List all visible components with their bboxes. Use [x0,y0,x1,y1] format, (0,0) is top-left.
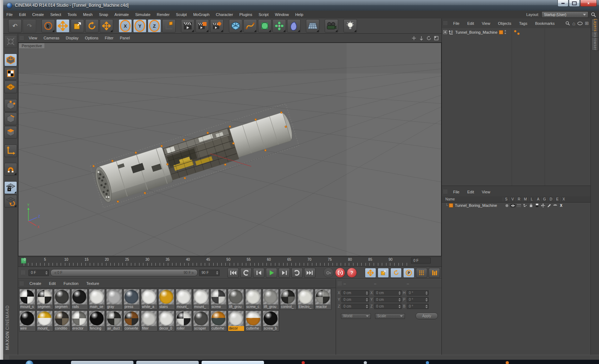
enable-axis-button[interactable] [4,144,17,157]
material-item[interactable]: conditio [54,310,71,331]
render-settings-button[interactable] [210,19,224,33]
menu-item[interactable]: Edit [16,11,29,18]
layer-column-header[interactable]: X [560,197,567,201]
play-button[interactable] [266,268,277,278]
stepper-icon[interactable] [366,291,368,295]
add-panel-icon[interactable]: ⊞ [585,21,589,26]
stepper-icon[interactable] [366,305,368,308]
align-workplane-button[interactable] [4,195,17,208]
material-item[interactable]: lift_grou [263,289,279,310]
position-field[interactable]: 0 cm [341,297,369,302]
rotation-field[interactable]: 0 ° [407,297,429,302]
taskbar-icon[interactable] [426,361,429,364]
stepper-icon[interactable] [425,305,428,308]
material-item[interactable]: segmen [37,289,53,310]
layer-column-header[interactable]: G [541,197,548,201]
material-item[interactable]: roller [176,310,192,331]
material-item[interactable]: control_ [280,289,297,310]
layer-column-header[interactable]: A [535,197,541,201]
workplane-mode-button[interactable] [4,81,17,93]
stepper-icon[interactable] [216,271,218,275]
material-menu-item[interactable]: Edit [45,281,60,286]
next-key-button[interactable] [291,268,303,278]
taskbar-button[interactable] [202,361,264,364]
menu-item[interactable]: Animate [111,11,132,18]
layer-column-header[interactable]: M [522,197,528,201]
layer-color-chip[interactable] [499,30,503,34]
undo-button[interactable]: ↶ [8,19,22,33]
object-row[interactable]: 0 Tunnel_Boring_Machine [443,29,506,35]
key-pla-toggle[interactable] [416,268,427,278]
generators-icon[interactable] [540,204,546,208]
viewport-canvas[interactable]: Perspective [18,43,441,256]
object-tag-dots[interactable] [514,30,521,35]
pan-view-icon[interactable] [412,36,416,40]
key-position-toggle[interactable] [365,268,376,278]
material-menu-item[interactable]: Function [60,281,82,286]
menu-item[interactable]: Create [29,11,47,18]
layer-column-header[interactable]: L [528,197,535,201]
viewport-menu-item[interactable]: Options [82,36,101,40]
material-item[interactable]: air_duct [106,310,123,331]
search-icon[interactable] [591,12,596,17]
stepper-icon[interactable] [366,298,368,302]
live-selection-button[interactable] [42,19,55,33]
side-tab[interactable]: Layers [592,18,599,32]
axis-lock-button[interactable]: Z [148,19,161,33]
coordinate-space-dropdown[interactable]: World [341,313,371,319]
keyframe-selection-button[interactable]: ? [347,268,357,278]
close-button[interactable]: × [580,0,597,7]
menu-item[interactable]: Plugins [236,11,255,18]
key-scale-toggle[interactable] [378,268,389,278]
add-deformer-button[interactable] [287,19,301,33]
object-name[interactable]: Tunnel_Boring_Machine [455,30,498,34]
visibility-dots-icon[interactable] [505,30,506,34]
axis-lock-button[interactable]: Y [133,19,147,33]
layer-manager-menu-item[interactable]: Edit [463,190,478,194]
material-item[interactable]: lift_grou [228,289,244,310]
material-item[interactable]: white_a [141,289,158,310]
camera-label[interactable]: Perspective [19,43,44,48]
minimize-button[interactable] [557,0,568,7]
position-field[interactable]: 0 cm [341,290,369,296]
position-field[interactable]: 0 cm [341,304,369,309]
expand-icon[interactable] [443,30,447,34]
snap-button[interactable] [4,163,17,176]
edges-mode-button[interactable] [4,112,17,125]
render-icon[interactable] [516,204,522,208]
object-manager-menu-item[interactable]: Objects [494,21,515,26]
zoom-view-icon[interactable] [419,36,424,40]
rotate-view-icon[interactable] [427,36,431,40]
panel-grip[interactable] [21,270,26,275]
stepper-icon[interactable] [425,298,428,302]
timeline-ruler[interactable]: 051015202530354045505560657075808590 0 F [18,257,441,267]
material-item[interactable]: filter [141,310,158,331]
visibility-icon[interactable] [577,22,583,25]
object-manager-menu-item[interactable]: File [449,21,463,26]
add-primitive-button[interactable] [229,19,242,33]
taskbar-button[interactable] [136,361,199,364]
add-environment-button[interactable] [306,19,319,33]
expressions-icon[interactable] [552,204,558,208]
object-manager-menu-item[interactable]: View [478,21,494,26]
menu-item[interactable]: Simulate [132,11,154,18]
start-frame-field[interactable]: 0 F [28,270,49,276]
add-mograph-button[interactable] [273,19,286,33]
material-item[interactable]: gray [106,289,123,310]
lock-workplane-button[interactable] [4,181,17,194]
move-tool-button[interactable] [56,19,70,33]
size-field[interactable]: 0 cm [374,290,402,296]
object-manager-menu-item[interactable]: Edit [463,21,478,26]
deformers-icon[interactable] [546,204,552,208]
convert-button[interactable] [4,35,17,48]
maximize-button[interactable] [569,0,580,7]
current-frame-box[interactable]: 0 F [411,258,431,264]
material-item[interactable]: wire [19,310,36,331]
goto-start-button[interactable] [227,268,239,278]
layer-column-header[interactable]: E [554,197,560,201]
menu-item[interactable]: Window [272,11,292,18]
toggle-view-icon[interactable] [434,36,439,40]
material-item[interactable]: cutterhe [210,310,227,331]
stepper-icon[interactable] [425,291,428,295]
size-field[interactable]: 0 cm [374,297,402,302]
